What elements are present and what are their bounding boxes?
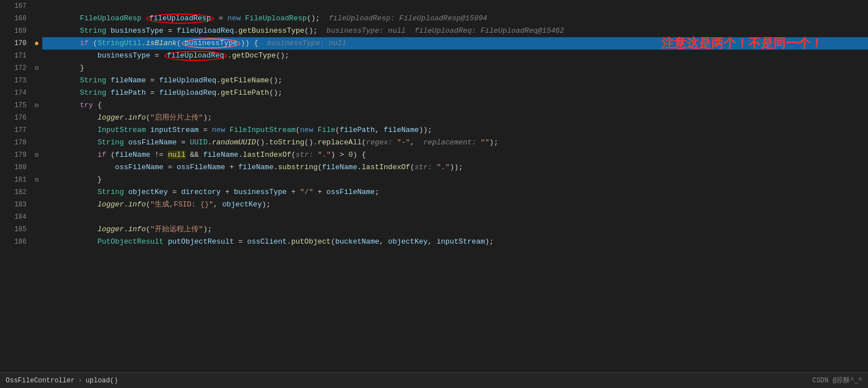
code-line-181: } — [42, 174, 868, 186]
code-line-177: InputStream inputStream = new FileInputS… — [42, 124, 868, 136]
status-right: CSDN @苏酥^_^ — [812, 376, 862, 385]
code-line-171: businessType = fileUploadReq.getDocType(… — [42, 50, 868, 62]
circle-fileUploadReq-1: fileUploadReq — [164, 51, 227, 61]
annotation-text: 注意这是两个！不是同一个！ — [661, 37, 823, 50]
line-numbers: 167 168 169 170 171 172 173 174 175 176 … — [0, 0, 31, 372]
code-line-178: String ossFileName = UUID.randomUUID().t… — [42, 136, 868, 149]
code-line-186: PutObjectResult putObjectResult = ossCli… — [42, 236, 868, 248]
code-line-168: FileUploadResp fileUploadResp = new File… — [42, 12, 868, 25]
code-line-185: logger.info("开始远程上传"); — [42, 223, 868, 236]
code-line-173: String fileName = fileUploadReq.getFileN… — [42, 74, 868, 87]
code-line-180: ossFileName = ossFileName + fileName.sub… — [42, 161, 868, 174]
code-line-175: try { — [42, 99, 868, 112]
circle-fileUploadResp-1: fileUploadResp — [146, 14, 213, 24]
breadcrumb-file: OssFileController — [6, 377, 74, 385]
code-line-169: String businessType = fileUploadReq.getB… — [42, 25, 868, 37]
code-line-184 — [42, 211, 868, 223]
code-area: 167 168 169 170 171 172 173 174 175 176 … — [0, 0, 868, 372]
code-line-167 — [42, 0, 868, 12]
code-line-176: logger.info("启用分片上传"); — [42, 112, 868, 124]
gutter: ● ⊟ ⊟ ⊟ ⊟ — [31, 0, 42, 372]
breadcrumb-bar: OssFileController › upload() CSDN @苏酥^_^ — [0, 372, 868, 388]
code-line-179: if (fileName != null && fileName.lastInd… — [42, 149, 868, 161]
editor-container: 167 168 169 170 171 172 173 174 175 176 … — [0, 0, 868, 388]
circle-businessType-1: businessType — [182, 38, 240, 48]
code-line-170: if (StringUtil.isBlank(businessType)) { … — [42, 37, 868, 50]
code-lines: FileUploadResp fileUploadResp = new File… — [42, 0, 868, 372]
breadcrumb-separator: › — [78, 377, 82, 385]
code-line-172: } — [42, 62, 868, 74]
code-line-183: logger.info("生成,FSID: {}", objectKey); — [42, 199, 868, 211]
breakpoint-indicator[interactable]: ● — [31, 37, 42, 50]
code-line-182: String objectKey = directory + businessT… — [42, 186, 868, 199]
breadcrumb-method: upload() — [86, 377, 119, 385]
code-line-174: String filePath = fileUploadReq.getFileP… — [42, 87, 868, 99]
